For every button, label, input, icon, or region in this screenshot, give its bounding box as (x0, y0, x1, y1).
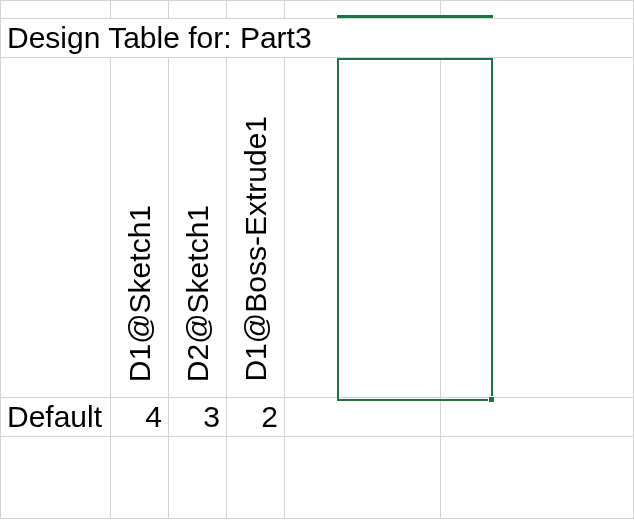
config-name-cell[interactable]: Default (1, 398, 111, 437)
data-cell[interactable]: 3 (169, 398, 227, 437)
column-header[interactable]: D1@Sketch1 (111, 58, 169, 398)
cell[interactable] (1, 58, 111, 398)
cell[interactable] (441, 437, 634, 519)
data-cell[interactable]: 2 (227, 398, 285, 437)
cell[interactable] (111, 437, 169, 519)
cell[interactable] (169, 437, 227, 519)
cell[interactable] (441, 1, 634, 19)
cell[interactable] (441, 398, 634, 437)
param-label: D1@Sketch1 (123, 199, 157, 388)
column-header[interactable]: D2@Sketch1 (169, 58, 227, 398)
data-cell[interactable]: 4 (111, 398, 169, 437)
cell[interactable] (285, 1, 441, 19)
cell[interactable] (227, 437, 285, 519)
cell[interactable] (285, 398, 441, 437)
cell[interactable] (1, 437, 111, 519)
cell[interactable] (111, 1, 169, 19)
spreadsheet-grid[interactable]: Design Table for: Part3 D1@Sketch1 D2@Sk… (0, 0, 634, 519)
column-header[interactable]: D1@Boss-Extrude1 (227, 58, 285, 398)
param-label: D2@Sketch1 (181, 199, 215, 388)
cell[interactable] (169, 1, 227, 19)
cell[interactable] (285, 437, 441, 519)
design-table-title[interactable]: Design Table for: Part3 (1, 19, 634, 58)
cell[interactable] (441, 58, 634, 398)
cell[interactable] (227, 1, 285, 19)
param-label: D1@Boss-Extrude1 (239, 110, 273, 388)
cell[interactable] (1, 1, 111, 19)
cell[interactable] (285, 58, 441, 398)
